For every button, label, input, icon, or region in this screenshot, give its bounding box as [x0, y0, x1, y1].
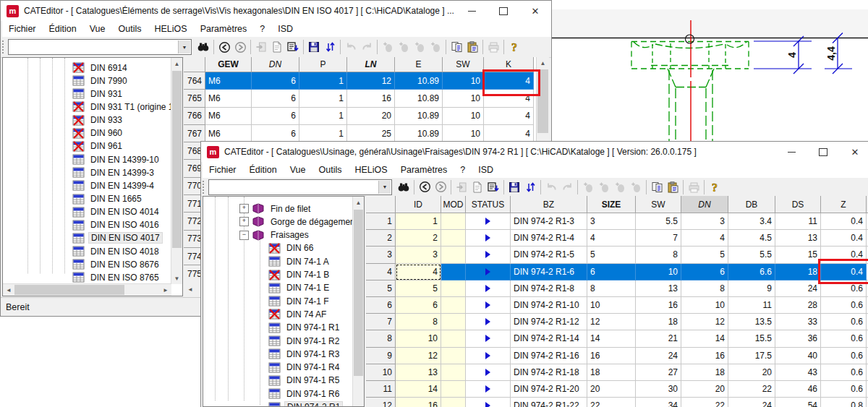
bz-cell[interactable]: DIN 974-2 R1-12 — [511, 314, 587, 330]
data-cell[interactable]: 10.89 — [395, 90, 443, 107]
dn-cell[interactable]: 18 — [681, 364, 728, 381]
data-cell[interactable]: 10.89 — [395, 72, 443, 90]
catalog-search-combobox[interactable]: ▼ — [208, 179, 392, 195]
tree-item-din-en-14399-4[interactable]: DIN EN 14399-4 — [72, 179, 156, 192]
size-cell[interactable]: 5 — [587, 247, 636, 263]
forward-button[interactable] — [232, 39, 248, 55]
sw-cell[interactable]: 30 — [636, 381, 681, 398]
tree-item-din-74-1-a[interactable]: DIN 74-1 A — [268, 255, 331, 267]
tree-item-din-74-af[interactable]: DIN 74 AF — [268, 308, 328, 320]
scroll-thumb[interactable] — [172, 71, 182, 248]
table-row[interactable]: 11DIN 974-2 R1-335.533.4110.4 — [366, 213, 868, 230]
dn-cell[interactable]: 10 — [681, 297, 728, 314]
size-cell[interactable]: 22 — [587, 398, 636, 407]
dn-cell[interactable]: 3 — [681, 213, 728, 230]
z-cell[interactable]: 0.4 — [821, 230, 867, 247]
menu-item-vue[interactable]: Vue — [83, 24, 112, 34]
table-row[interactable]: 1114DIN 974-2 R1-2020302022460.6 — [366, 381, 868, 398]
mod-cell[interactable] — [441, 213, 466, 230]
id-cell[interactable]: 12 — [396, 348, 441, 364]
sw-cell[interactable]: 34 — [636, 398, 681, 407]
save-button[interactable] — [306, 39, 322, 55]
tree-vertical-scrollbar[interactable]: ▲▼ — [171, 58, 182, 284]
close-button[interactable] — [839, 142, 868, 162]
ds-cell[interactable]: 13 — [775, 230, 821, 247]
sw-cell[interactable]: 8 — [636, 247, 681, 263]
scroll-thumb[interactable] — [14, 285, 124, 295]
column-header-K[interactable]: K — [484, 57, 534, 72]
save-button[interactable] — [506, 179, 522, 195]
tree-item-din-en-iso-4016[interactable]: DIN EN ISO 4016 — [72, 219, 161, 231]
toolbar-grip-handle[interactable] — [203, 181, 206, 194]
tree-item-din-74-1-e[interactable]: DIN 74-1 E — [268, 282, 331, 294]
column-header-GEW[interactable]: GEW — [205, 57, 252, 72]
bz-cell[interactable]: DIN 974-2 R1-22 — [511, 398, 587, 407]
size-cell[interactable]: 3 — [587, 213, 636, 230]
id-cell[interactable]: 13 — [396, 364, 441, 381]
id-cell[interactable]: 6 — [396, 297, 441, 314]
z-cell[interactable]: 0.6 — [821, 381, 867, 398]
sw-cell[interactable]: 5.5 — [636, 213, 681, 230]
status-cell[interactable] — [466, 297, 511, 314]
status-cell[interactable] — [466, 381, 511, 398]
id-cell[interactable]: 10 — [396, 330, 441, 347]
undo-button[interactable] — [343, 39, 359, 55]
db-cell[interactable]: 4.5 — [728, 230, 775, 247]
db-cell[interactable]: 6.6 — [728, 264, 775, 280]
scroll-down-icon[interactable]: ▼ — [171, 274, 182, 283]
menu-item-helios[interactable]: HELiOS — [148, 24, 193, 34]
status-cell[interactable] — [466, 314, 511, 330]
data-cell[interactable]: 10 — [443, 90, 484, 107]
data-cell[interactable]: 1 — [299, 90, 347, 107]
id-cell[interactable]: 8 — [396, 314, 441, 330]
z-cell[interactable]: 0.6 — [821, 297, 867, 314]
search-combo-input[interactable] — [9, 40, 178, 53]
mod-cell[interactable] — [441, 314, 466, 330]
catalog-table[interactable]: IDMODSTATUSBZSIZESWDNDBDSZ11DIN 974-2 R1… — [366, 196, 868, 407]
status-cell[interactable] — [466, 330, 511, 347]
find-button[interactable] — [396, 179, 412, 195]
sw-cell[interactable]: 16 — [636, 297, 681, 314]
bz-cell[interactable]: DIN 974-2 R1-20 — [511, 381, 587, 398]
ds-cell[interactable]: 15 — [775, 247, 821, 263]
table-row[interactable]: 66DIN 974-2 R1-1010161011280.6 — [366, 297, 868, 314]
dn-cell[interactable]: 4 — [681, 230, 728, 247]
record-3-button[interactable] — [612, 179, 628, 195]
id-cell[interactable]: 4 — [396, 264, 441, 280]
column-header-rownum[interactable] — [184, 57, 205, 72]
z-cell[interactable]: 0.8 — [821, 398, 867, 407]
data-cell[interactable]: 6 — [252, 108, 299, 125]
maximize-button[interactable] — [488, 1, 519, 21]
dn-cell[interactable]: 5 — [681, 247, 728, 263]
tree-item-fin-de-filet[interactable]: +Fin de filet — [239, 202, 312, 215]
catalog-search-combobox[interactable]: ▼ — [8, 39, 192, 55]
collapse-minus-icon[interactable]: − — [239, 231, 249, 240]
sw-cell[interactable]: 24 — [636, 348, 681, 364]
z-cell[interactable]: 0.6 — [821, 364, 867, 381]
db-cell[interactable]: 9 — [728, 280, 775, 297]
record-1-button[interactable] — [580, 179, 596, 195]
tree-item-din-74-1-f[interactable]: DIN 74-1 F — [268, 295, 331, 307]
mod-cell[interactable] — [441, 247, 466, 263]
tree-item-din-933[interactable]: DIN 933 — [72, 114, 124, 127]
tree-item-din-974-1-r3[interactable]: DIN 974-1 R3 — [268, 348, 341, 360]
tree-horizontal-scrollbar[interactable]: ◄► — [3, 283, 171, 296]
table-row[interactable]: 766M6612010.89104 — [184, 108, 536, 125]
column-header-SW[interactable]: SW — [443, 57, 484, 72]
minimize-button[interactable] — [775, 142, 807, 162]
toolbar-grip-handle[interactable] — [2, 40, 6, 53]
tree-item-din-en-iso-8765[interactable]: DIN EN ISO 8765 — [72, 271, 161, 283]
titlebar[interactable]: CATEditor - [ Catalogues\Éléments de ser… — [1, 1, 551, 21]
dn-cell[interactable]: 8 — [681, 280, 728, 297]
data-cell[interactable]: 10 — [443, 125, 484, 142]
load-list-button[interactable] — [285, 39, 301, 55]
column-header-P[interactable]: P — [299, 57, 347, 72]
tree-item-din-en-1665[interactable]: DIN EN 1665 — [72, 193, 144, 205]
tree-item-din-931[interactable]: DIN 931 — [72, 87, 124, 100]
status-cell[interactable] — [466, 364, 511, 381]
mod-cell[interactable] — [441, 330, 466, 347]
bz-cell[interactable]: DIN 974-2 R1-5 — [511, 247, 587, 263]
bz-cell[interactable]: DIN 974-2 R1-3 — [511, 213, 587, 230]
dn-cell[interactable]: 16 — [681, 348, 728, 364]
data-cell[interactable]: M6 — [205, 90, 252, 107]
